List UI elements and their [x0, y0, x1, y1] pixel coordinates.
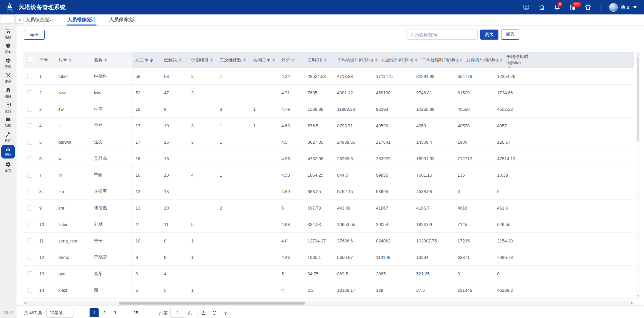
- scroll-down-icon[interactable]: [637, 295, 639, 297]
- tab-2[interactable]: 人员维修统计: [67, 14, 96, 26]
- refresh-button[interactable]: [209, 308, 220, 318]
- row-checkbox[interactable]: [27, 90, 32, 95]
- row-checkbox[interactable]: [27, 206, 32, 211]
- page-size-select[interactable]: 20条/页: [46, 308, 73, 318]
- sort-carets-icon[interactable]: [104, 58, 107, 62]
- column-header[interactable]: 已解决: [161, 52, 189, 68]
- sidebar-item-10[interactable]: 设置: [0, 160, 16, 174]
- column-header[interactable]: 平均处理时间(Min): [419, 52, 464, 68]
- horizontal-scroll-thumb[interactable]: [119, 302, 305, 305]
- column-header[interactable]: 名称: [91, 52, 133, 68]
- row-checkbox[interactable]: [27, 238, 32, 243]
- column-header[interactable]: 总处理时间(Min): [379, 52, 419, 68]
- sort-carets-icon[interactable]: [69, 58, 71, 62]
- sidebar-item-6[interactable]: 监控: [0, 100, 16, 115]
- chevron-down-icon[interactable]: [633, 6, 637, 8]
- column-header[interactable]: 平均响应时间(Min): [334, 52, 379, 68]
- page-button-3[interactable]: 3: [110, 308, 119, 317]
- column-header[interactable]: 评分: [279, 52, 305, 68]
- sidebar-item-2[interactable]: 设备: [0, 41, 16, 56]
- sidebar-item-1[interactable]: 采购: [0, 27, 16, 41]
- search-icon[interactable]: [470, 32, 475, 37]
- chevron-down-icon: [67, 311, 70, 315]
- body: 采购设备专项维护项目监控知识备件统计设置 V3.01 人员综合统计人员维修统计人…: [0, 14, 644, 318]
- goto-page-input[interactable]: [170, 308, 185, 318]
- row-checkbox[interactable]: [27, 140, 32, 145]
- advanced-button[interactable]: 高级: [480, 30, 498, 40]
- horizontal-scrollbar[interactable]: [23, 301, 634, 305]
- scroll-up-icon[interactable]: [637, 54, 639, 55]
- scroll-left-icon[interactable]: [24, 302, 26, 304]
- column-header[interactable]: 工时(H): [305, 52, 334, 68]
- row-checkbox[interactable]: [27, 271, 32, 276]
- sort-carets-icon[interactable]: [179, 58, 181, 62]
- theme-shirt-button[interactable]: [585, 4, 591, 11]
- report-document-button[interactable]: 99+: [569, 4, 576, 11]
- sort-carets-icon[interactable]: [210, 58, 213, 62]
- bell-button[interactable]: 0: [554, 4, 560, 11]
- sort-carets-icon[interactable]: [375, 58, 378, 62]
- column-header[interactable]: 二次维修数: [217, 52, 251, 68]
- sidebar-item-4[interactable]: 维护: [0, 71, 16, 85]
- sidebar-item-5[interactable]: 项目: [0, 86, 16, 100]
- row-checkbox[interactable]: [27, 222, 32, 227]
- vertical-scrollbar[interactable]: [636, 52, 640, 299]
- column-header[interactable]: 总工单: [133, 52, 161, 68]
- row-checkbox[interactable]: [27, 123, 32, 128]
- notification-badge: 99+: [573, 2, 581, 7]
- user-menu[interactable]: 徐文: [609, 3, 637, 12]
- row-checkbox[interactable]: [27, 288, 32, 293]
- sort-carets-icon[interactable]: [150, 58, 153, 62]
- page-button-2[interactable]: 2: [100, 308, 109, 317]
- sidebar-item-3[interactable]: 专项: [0, 56, 16, 71]
- checkbox-cell: [23, 266, 37, 282]
- tab-3[interactable]: 人员保养统计: [109, 14, 138, 26]
- pin-button[interactable]: [220, 308, 231, 318]
- scroll-right-icon[interactable]: [631, 302, 633, 304]
- table-cell: 138: [373, 282, 414, 298]
- prev-page-button[interactable]: [77, 308, 86, 318]
- column-header[interactable]: 平均停机时间(Min): [504, 52, 634, 68]
- table-cell: 6: [37, 150, 56, 167]
- row-checkbox[interactable]: [27, 107, 32, 112]
- export-button[interactable]: 导出: [24, 30, 45, 40]
- sidebar-item-7[interactable]: 知识: [0, 115, 16, 130]
- sidebar-item-9[interactable]: 统计: [1, 145, 15, 158]
- sort-carets-icon[interactable]: [243, 58, 246, 62]
- sort-carets-icon[interactable]: [324, 58, 327, 62]
- row-checkbox[interactable]: [27, 189, 32, 194]
- page-button-25[interactable]: 25: [131, 308, 140, 317]
- reset-button[interactable]: 重置: [501, 30, 519, 40]
- expand-menu-button[interactable]: »: [16, 16, 23, 24]
- dashboard-monitor-button[interactable]: [523, 4, 530, 11]
- quick-search-box[interactable]: [1, 16, 14, 24]
- row-checkbox[interactable]: [27, 156, 32, 161]
- select-all-checkbox[interactable]: [27, 58, 32, 63]
- sort-carets-icon[interactable]: [415, 58, 418, 62]
- sort-carets-icon[interactable]: [272, 58, 275, 62]
- user-avatar[interactable]: [609, 3, 618, 12]
- tab-1[interactable]: 人员综合统计: [25, 14, 54, 26]
- row-checkbox[interactable]: [27, 173, 32, 178]
- page-button-1[interactable]: 1: [90, 308, 99, 317]
- column-header[interactable]: 账号: [56, 52, 91, 68]
- home-button[interactable]: [538, 4, 545, 11]
- sidebar-item-8[interactable]: 备件: [0, 130, 16, 144]
- export-button[interactable]: [198, 308, 209, 318]
- row-checkbox[interactable]: [27, 255, 32, 260]
- sort-carets-icon[interactable]: [292, 58, 294, 62]
- sort-carets-icon[interactable]: [460, 58, 462, 62]
- table-cell: 443.08: [334, 200, 373, 216]
- column-header[interactable]: 总停机时间(Min): [464, 52, 504, 68]
- page-ellipsis[interactable]: ...: [121, 308, 130, 317]
- column-header[interactable]: 计划维修: [189, 52, 217, 68]
- vertical-scroll-thumb[interactable]: [637, 57, 639, 141]
- next-page-button[interactable]: [144, 308, 153, 318]
- row-checkbox[interactable]: [27, 74, 32, 79]
- sort-carets-icon[interactable]: [500, 58, 502, 62]
- table-cell: 4732.98: [305, 150, 334, 167]
- header-actions: 099+ 徐文: [523, 3, 637, 12]
- search-input[interactable]: [410, 32, 470, 37]
- table-cell: 46289.2: [494, 282, 634, 298]
- column-header[interactable]: 协同工单: [251, 52, 279, 68]
